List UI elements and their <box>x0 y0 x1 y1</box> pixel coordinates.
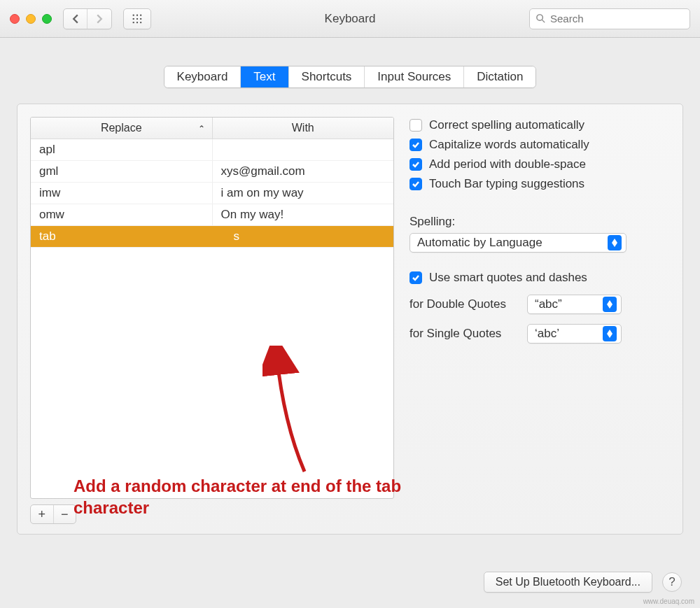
option-touch-bar[interactable]: Touch Bar typing suggestions <box>410 177 670 191</box>
replacements-panel: Replace ⌃ With apl gml xys@gmail.com <box>30 117 394 524</box>
cell-replace: omw <box>31 204 213 225</box>
search-icon <box>536 13 546 24</box>
back-button[interactable] <box>64 9 88 29</box>
table-row[interactable]: apl <box>31 139 393 161</box>
col-with[interactable]: With <box>213 118 394 139</box>
option-label: Capitalize words automatically <box>429 138 589 152</box>
help-button[interactable]: ? <box>662 572 682 592</box>
option-capitalize[interactable]: Capitalize words automatically <box>410 138 670 152</box>
window-controls <box>10 14 52 24</box>
cell-replace: apl <box>31 139 213 160</box>
tab-keyboard[interactable]: Keyboard <box>164 66 241 87</box>
close-window-button[interactable] <box>10 14 20 24</box>
tab-text[interactable]: Text <box>241 66 288 87</box>
checkbox[interactable] <box>410 178 422 190</box>
cell-with: On my way! <box>213 204 394 225</box>
checkbox[interactable] <box>410 271 422 284</box>
table-body: apl gml xys@gmail.com imw i am on my way… <box>31 139 393 498</box>
cell-replace: imw <box>31 183 213 204</box>
tab-dictation[interactable]: Dictation <box>464 66 536 87</box>
option-add-period[interactable]: Add period with double-space <box>410 157 670 171</box>
dropdown-arrows-icon <box>608 235 622 250</box>
col-replace[interactable]: Replace ⌃ <box>31 118 213 139</box>
cell-with: i am on my way <box>213 183 394 204</box>
option-correct-spelling[interactable]: Correct spelling automatically <box>410 118 670 132</box>
grid-icon <box>132 13 143 24</box>
tab-shortcuts[interactable]: Shortcuts <box>289 66 365 87</box>
cell-replace: tab <box>31 226 200 247</box>
checkbox[interactable] <box>410 158 422 171</box>
table-header: Replace ⌃ With <box>31 118 393 139</box>
replacements-table: Replace ⌃ With apl gml xys@gmail.com <box>30 117 394 499</box>
nav-back-forward <box>63 8 112 29</box>
search-input[interactable] <box>550 13 684 24</box>
double-quotes-value: “abc” <box>535 297 562 311</box>
maximize-window-button[interactable] <box>42 14 52 24</box>
svg-point-0 <box>537 15 542 20</box>
attribution-watermark: www.deuaq.com <box>643 598 694 605</box>
sort-indicator-icon: ⌃ <box>198 124 205 134</box>
svg-line-1 <box>542 20 545 22</box>
option-label: Add period with double-space <box>429 157 586 171</box>
table-row[interactable]: omw On my way! <box>31 204 393 226</box>
table-row-selected[interactable]: tab s <box>31 226 393 248</box>
single-quotes-row: for Single Quotes ‘abc’ <box>410 324 670 344</box>
option-label: Use smart quotes and dashes <box>429 271 587 285</box>
table-row[interactable]: imw i am on my way <box>31 183 393 204</box>
option-label: Touch Bar typing suggestions <box>429 177 584 191</box>
col-with-label: With <box>292 122 314 134</box>
spelling-label: Spelling: <box>410 215 670 229</box>
single-quotes-dropdown[interactable]: ‘abc’ <box>527 324 622 344</box>
window-titlebar: Keyboard <box>0 0 700 38</box>
remove-replacement-button[interactable]: − <box>54 505 76 523</box>
checkbox[interactable] <box>410 139 422 151</box>
cell-with: s <box>200 226 394 247</box>
single-quotes-value: ‘abc’ <box>535 327 559 341</box>
dropdown-arrows-icon <box>603 326 617 341</box>
single-quotes-label: for Single Quotes <box>410 327 520 341</box>
options-panel: Correct spelling automatically Capitaliz… <box>410 117 670 524</box>
add-remove-group: + − <box>30 504 76 524</box>
table-row[interactable]: gml xys@gmail.com <box>31 161 393 183</box>
tabs-container: Keyboard Text Shortcuts Input Sources Di… <box>0 66 700 88</box>
spelling-dropdown[interactable]: Automatic by Language <box>410 233 626 253</box>
show-all-prefs-button[interactable] <box>123 8 151 29</box>
tab-input-sources[interactable]: Input Sources <box>365 66 464 87</box>
forward-button[interactable] <box>88 9 111 29</box>
cell-replace: gml <box>31 161 213 182</box>
checkbox[interactable] <box>410 119 422 132</box>
content-panel: Replace ⌃ With apl gml xys@gmail.com <box>17 104 683 535</box>
double-quotes-dropdown[interactable]: “abc” <box>527 295 622 314</box>
footer: Set Up Bluetooth Keyboard... ? <box>484 572 682 593</box>
pref-tabs: Keyboard Text Shortcuts Input Sources Di… <box>164 66 537 88</box>
search-field[interactable] <box>529 8 690 29</box>
cell-with: xys@gmail.com <box>213 161 394 182</box>
double-quotes-row: for Double Quotes “abc” <box>410 295 670 314</box>
minimize-window-button[interactable] <box>26 14 36 24</box>
setup-bluetooth-button[interactable]: Set Up Bluetooth Keyboard... <box>484 572 652 593</box>
option-smart-quotes[interactable]: Use smart quotes and dashes <box>410 271 670 285</box>
cell-with <box>213 139 394 160</box>
add-replacement-button[interactable]: + <box>31 505 54 523</box>
spelling-value: Automatic by Language <box>417 236 542 250</box>
dropdown-arrows-icon <box>603 297 617 312</box>
double-quotes-label: for Double Quotes <box>410 297 520 311</box>
col-replace-label: Replace <box>101 122 142 134</box>
option-label: Correct spelling automatically <box>429 118 584 132</box>
